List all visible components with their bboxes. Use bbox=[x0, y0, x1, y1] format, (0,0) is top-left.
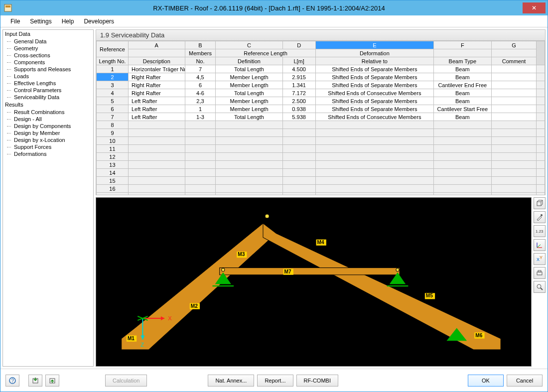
data-grid[interactable]: Reference A B C D E F G Memb bbox=[96, 41, 546, 195]
menu-developers[interactable]: Developers bbox=[79, 16, 119, 26]
svg-point-11 bbox=[265, 214, 269, 218]
ok-button[interactable]: OK bbox=[468, 375, 504, 387]
svg-point-40 bbox=[541, 214, 543, 216]
tree-item-supports-and-releases[interactable]: Supports and Releases bbox=[3, 66, 93, 73]
svg-rect-48 bbox=[538, 270, 541, 272]
section-title: 1.9 Serviceability Data bbox=[96, 29, 546, 41]
svg-line-50 bbox=[541, 288, 543, 290]
table-row[interactable]: 11 bbox=[97, 145, 545, 153]
vp-cube-icon[interactable] bbox=[534, 197, 546, 209]
col-B[interactable]: B bbox=[185, 41, 216, 49]
tree-item-serviceability-data[interactable]: Serviceability Data bbox=[3, 94, 93, 101]
menu-file[interactable]: File bbox=[5, 16, 25, 26]
tree-item-cross-sections[interactable]: Cross-sections bbox=[3, 52, 93, 59]
svg-text:M2: M2 bbox=[191, 303, 198, 309]
rf-combi-button[interactable]: RF-COMBI bbox=[296, 375, 338, 387]
tree-item-deformations[interactable]: Deformations bbox=[3, 150, 93, 157]
col-C[interactable]: C bbox=[216, 41, 282, 49]
table-row[interactable]: 6Left Rafter1Member Length0.938Shifted E… bbox=[97, 105, 545, 113]
tree-item-control-parameters[interactable]: Control Parameters bbox=[3, 87, 93, 94]
model-viewport[interactable]: X Z M1 M2 M3 M4 M5 M6 bbox=[96, 197, 532, 367]
close-button[interactable] bbox=[523, 2, 546, 13]
hdr-no: No. bbox=[185, 57, 216, 65]
export-icon[interactable] bbox=[45, 375, 59, 387]
tree-item-design-by-x-location[interactable]: Design by x-Location bbox=[3, 136, 93, 143]
col-A[interactable]: A bbox=[128, 41, 185, 49]
tree-item-support-forces[interactable]: Support Forces bbox=[3, 143, 93, 150]
report-button[interactable]: Report... bbox=[257, 375, 293, 387]
vp-axes-icon[interactable] bbox=[534, 239, 546, 251]
svg-text:M7: M7 bbox=[284, 269, 291, 274]
vp-print-icon[interactable] bbox=[534, 267, 546, 279]
hdr-comment: Comment bbox=[491, 57, 537, 65]
table-row[interactable]: 3Right Rafter6Member Length1.341Shifted … bbox=[97, 81, 545, 89]
menu-help[interactable]: Help bbox=[57, 16, 79, 26]
col-E[interactable]: E bbox=[315, 41, 433, 49]
col-G[interactable]: G bbox=[491, 41, 537, 49]
tree-item-design-by-components[interactable]: Design by Components bbox=[3, 123, 93, 130]
tree-group-results: Results bbox=[3, 101, 93, 109]
tree-item-loads[interactable]: Loads bbox=[3, 73, 93, 80]
table-row[interactable]: 9 bbox=[97, 129, 545, 137]
menubar: File Settings Help Developers bbox=[0, 15, 548, 27]
table-row[interactable]: 12 bbox=[97, 153, 545, 161]
table-row[interactable]: 7Left Rafter1-3Total Length5.938Shifted … bbox=[97, 113, 545, 121]
app-icon bbox=[0, 4, 15, 12]
menu-settings[interactable]: Settings bbox=[25, 16, 56, 26]
vp-123-icon[interactable]: 1.23 bbox=[534, 225, 546, 237]
svg-line-44 bbox=[537, 245, 541, 248]
cancel-button[interactable]: Cancel bbox=[507, 375, 543, 387]
svg-rect-5 bbox=[220, 268, 400, 275]
table-row[interactable]: 4Right Rafter4-6Total Length7.172Shifted… bbox=[97, 89, 545, 97]
table-row[interactable]: 8 bbox=[97, 121, 545, 129]
vp-dropper-icon[interactable] bbox=[534, 211, 546, 223]
tree-group-input: Input Data bbox=[3, 30, 93, 38]
table-row[interactable]: 10 bbox=[97, 137, 545, 145]
svg-text:M4: M4 bbox=[317, 240, 324, 245]
table-row[interactable]: 5Left Rafter2,3Member Length2.500Shifted… bbox=[97, 97, 545, 105]
table-row[interactable]: 13 bbox=[97, 161, 545, 169]
navigation-tree[interactable]: Input Data General DataGeometryCross-sec… bbox=[2, 29, 94, 367]
table-row[interactable]: 2Right Rafter4,5Member Length2.915Shifte… bbox=[97, 73, 545, 81]
help-icon[interactable]: ? bbox=[5, 375, 19, 387]
tree-item-design-all[interactable]: Design - All bbox=[3, 116, 93, 123]
hdr-comment-top bbox=[491, 49, 537, 57]
svg-text:M6: M6 bbox=[475, 333, 482, 338]
axis-z-label: Z bbox=[140, 342, 144, 348]
vp-xy-icon[interactable]: XY bbox=[534, 253, 546, 265]
hdr-lm: L[m] bbox=[282, 57, 315, 65]
svg-rect-1 bbox=[5, 5, 10, 7]
table-row[interactable]: 15 bbox=[97, 177, 545, 185]
vp-zoom-icon[interactable] bbox=[534, 281, 546, 293]
grid-scrollbar[interactable] bbox=[537, 41, 545, 65]
tree-item-general-data[interactable]: General Data bbox=[3, 38, 93, 45]
svg-marker-2 bbox=[122, 223, 276, 350]
svg-point-12 bbox=[222, 268, 225, 271]
col-D[interactable]: D bbox=[282, 41, 315, 49]
table-row[interactable]: 14 bbox=[97, 169, 545, 177]
hdr-beam-top bbox=[434, 49, 492, 57]
axis-x-label: X bbox=[168, 315, 172, 321]
tree-item-components[interactable]: Components bbox=[3, 59, 93, 66]
table-row[interactable]: 1Horizontaler Träger Nr.7Total Length4.5… bbox=[97, 65, 545, 73]
col-ref-1[interactable]: Reference bbox=[97, 41, 129, 57]
col-F[interactable]: F bbox=[434, 41, 492, 49]
nat-annex-button[interactable]: Nat. Annex... bbox=[208, 375, 254, 387]
svg-text:Y: Y bbox=[540, 256, 543, 260]
hdr-members: Members bbox=[185, 49, 216, 57]
svg-text:M5: M5 bbox=[426, 293, 433, 298]
calculation-button[interactable]: Calculation bbox=[105, 375, 147, 387]
hdr-deform: Deformation bbox=[315, 49, 433, 57]
hdr-desc: Description bbox=[128, 57, 185, 65]
table-row[interactable]: 16 bbox=[97, 185, 545, 193]
tree-item-geometry[interactable]: Geometry bbox=[3, 45, 93, 52]
svg-rect-34 bbox=[537, 202, 541, 206]
table-row[interactable]: 17 bbox=[97, 193, 545, 196]
tree-item-effective-lengths[interactable]: Effective Lengths bbox=[3, 80, 93, 87]
tree-item-result-combinations[interactable]: Result Combinations bbox=[3, 109, 93, 116]
import-icon[interactable] bbox=[28, 375, 42, 387]
svg-point-13 bbox=[396, 268, 399, 271]
hdr-desc-top bbox=[128, 49, 185, 57]
tree-item-design-by-member[interactable]: Design by Member bbox=[3, 130, 93, 136]
svg-text:M3: M3 bbox=[238, 252, 245, 257]
